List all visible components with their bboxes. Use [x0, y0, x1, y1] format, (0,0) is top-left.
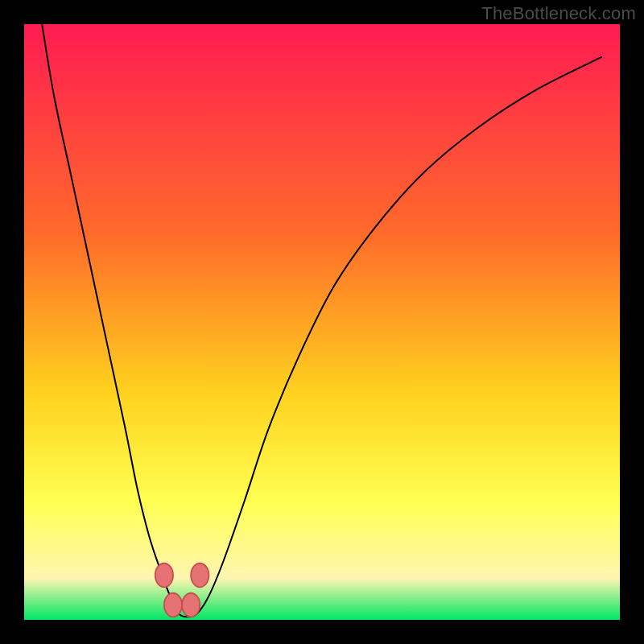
outer-frame: TheBottleneck.com: [0, 0, 644, 644]
chart-area: [24, 24, 620, 620]
chart-svg: [24, 24, 620, 620]
curve-marker-0: [155, 564, 173, 588]
watermark-text: TheBottleneck.com: [481, 3, 636, 24]
curve-marker-1: [164, 593, 182, 617]
curve-marker-3: [191, 564, 208, 588]
curve-marker-2: [182, 593, 200, 617]
gradient-background: [24, 24, 620, 620]
